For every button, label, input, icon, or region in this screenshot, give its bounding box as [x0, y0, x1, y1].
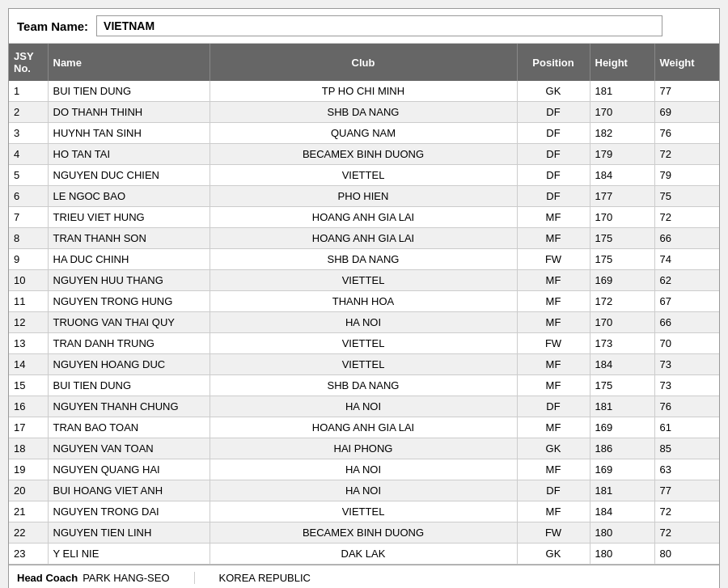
col-header-jsy: JSY No. — [9, 44, 48, 81]
cell-position: MF — [517, 270, 590, 291]
cell-club: SHB DA NANG — [210, 375, 517, 396]
cell-height: 175 — [590, 249, 654, 270]
cell-club: HA NOI — [210, 459, 517, 480]
cell-position: MF — [517, 228, 590, 249]
cell-position: FW — [517, 333, 590, 354]
cell-position: MF — [517, 291, 590, 312]
table-row: 11 NGUYEN TRONG HUNG THANH HOA MF 172 67 — [9, 291, 719, 312]
table-row: 21 NGUYEN TRONG DAI VIETTEL MF 184 72 — [9, 501, 719, 522]
cell-weight: 75 — [654, 186, 719, 207]
cell-jsy: 15 — [9, 375, 48, 396]
table-row: 16 NGUYEN THANH CHUNG HA NOI DF 181 76 — [9, 396, 719, 417]
cell-height: 184 — [590, 165, 654, 186]
cell-weight: 72 — [654, 501, 719, 522]
cell-position: GK — [517, 81, 590, 102]
cell-jsy: 6 — [9, 186, 48, 207]
cell-jsy: 22 — [9, 522, 48, 544]
cell-position: DF — [517, 165, 590, 186]
cell-weight: 77 — [654, 480, 719, 501]
cell-club: VIETTEL — [210, 165, 517, 186]
table-row: 1 BUI TIEN DUNG TP HO CHI MINH GK 181 77 — [9, 81, 719, 102]
cell-height: 186 — [590, 438, 654, 459]
table-row: 14 NGUYEN HOANG DUC VIETTEL MF 184 73 — [9, 354, 719, 375]
cell-name: BUI TIEN DUNG — [48, 375, 210, 396]
cell-position: MF — [517, 207, 590, 228]
cell-weight: 76 — [654, 396, 719, 417]
cell-name: NGUYEN DUC CHIEN — [48, 165, 210, 186]
cell-weight: 63 — [654, 459, 719, 480]
cell-jsy: 17 — [9, 417, 48, 438]
cell-weight: 76 — [654, 123, 719, 144]
table-row: 12 TRUONG VAN THAI QUY HA NOI MF 170 66 — [9, 312, 719, 333]
cell-name: HUYNH TAN SINH — [48, 123, 210, 144]
cell-club: BECAMEX BINH DUONG — [210, 144, 517, 165]
cell-name: NGUYEN TRONG DAI — [48, 501, 210, 522]
col-header-club: Club — [210, 44, 517, 81]
cell-club: VIETTEL — [210, 501, 517, 522]
table-row: 23 Y ELI NIE DAK LAK GK 180 80 — [9, 544, 719, 565]
cell-name: NGUYEN QUANG HAI — [48, 459, 210, 480]
cell-jsy: 11 — [9, 291, 48, 312]
cell-name: BUI HOANG VIET ANH — [48, 480, 210, 501]
cell-jsy: 18 — [9, 438, 48, 459]
cell-name: BUI TIEN DUNG — [48, 81, 210, 102]
team-name-row: Team Name: — [9, 9, 719, 44]
cell-height: 184 — [590, 501, 654, 522]
table-row: 7 TRIEU VIET HUNG HOANG ANH GIA LAI MF 1… — [9, 207, 719, 228]
cell-name: TRAN THANH SON — [48, 228, 210, 249]
cell-position: MF — [517, 375, 590, 396]
cell-height: 169 — [590, 459, 654, 480]
cell-club: HAI PHONG — [210, 438, 517, 459]
cell-height: 170 — [590, 207, 654, 228]
cell-weight: 74 — [654, 249, 719, 270]
table-row: 9 HA DUC CHINH SHB DA NANG FW 175 74 — [9, 249, 719, 270]
cell-position: MF — [517, 354, 590, 375]
cell-position: MF — [517, 501, 590, 522]
table-row: 19 NGUYEN QUANG HAI HA NOI MF 169 63 — [9, 459, 719, 480]
cell-name: TRAN DANH TRUNG — [48, 333, 210, 354]
cell-jsy: 12 — [9, 312, 48, 333]
cell-weight: 72 — [654, 207, 719, 228]
coach-country: KOREA REPUBLIC — [219, 572, 311, 584]
col-header-name: Name — [48, 44, 210, 81]
cell-jsy: 14 — [9, 354, 48, 375]
cell-jsy: 7 — [9, 207, 48, 228]
cell-jsy: 2 — [9, 102, 48, 123]
cell-jsy: 10 — [9, 270, 48, 291]
coach-name: PARK HANG-SEO — [83, 572, 169, 584]
cell-height: 177 — [590, 186, 654, 207]
cell-name: NGUYEN HOANG DUC — [48, 354, 210, 375]
cell-jsy: 19 — [9, 459, 48, 480]
table-row: 6 LE NGOC BAO PHO HIEN DF 177 75 — [9, 186, 719, 207]
cell-height: 175 — [590, 228, 654, 249]
cell-height: 170 — [590, 102, 654, 123]
cell-position: FW — [517, 249, 590, 270]
cell-position: DF — [517, 480, 590, 501]
cell-club: QUANG NAM — [210, 123, 517, 144]
cell-height: 180 — [590, 544, 654, 565]
cell-club: PHO HIEN — [210, 186, 517, 207]
cell-jsy: 20 — [9, 480, 48, 501]
col-header-position: Position — [517, 44, 590, 81]
cell-club: BECAMEX BINH DUONG — [210, 522, 517, 544]
cell-jsy: 5 — [9, 165, 48, 186]
cell-jsy: 4 — [9, 144, 48, 165]
cell-club: HA NOI — [210, 396, 517, 417]
table-row: 13 TRAN DANH TRUNG VIETTEL FW 173 70 — [9, 333, 719, 354]
cell-name: DO THANH THINH — [48, 102, 210, 123]
cell-weight: 80 — [654, 544, 719, 565]
cell-club: VIETTEL — [210, 270, 517, 291]
cell-position: MF — [517, 417, 590, 438]
cell-club: HA NOI — [210, 480, 517, 501]
cell-jsy: 23 — [9, 544, 48, 565]
cell-name: TRAN BAO TOAN — [48, 417, 210, 438]
cell-jsy: 1 — [9, 81, 48, 102]
team-name-input[interactable] — [96, 15, 662, 36]
cell-club: HA NOI — [210, 312, 517, 333]
coach-section: Head Coach PARK HANG-SEO — [17, 572, 195, 584]
cell-height: 181 — [590, 396, 654, 417]
cell-position: GK — [517, 544, 590, 565]
cell-name: NGUYEN THANH CHUNG — [48, 396, 210, 417]
cell-name: HO TAN TAI — [48, 144, 210, 165]
cell-height: 181 — [590, 81, 654, 102]
